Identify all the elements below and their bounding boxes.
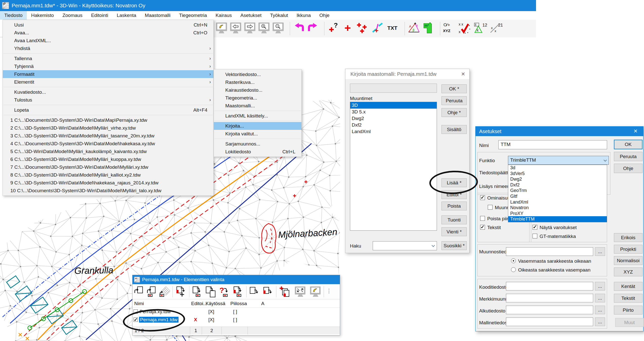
menu-tiedosto[interactable]: Tiedosto: [0, 11, 27, 20]
menu-tiegeometria[interactable]: Tiegeometria: [175, 11, 211, 20]
recent-file-6[interactable]: 6 C:\...\3D-System\3D-Win\Data\Model\Myl…: [3, 155, 213, 163]
check-points-icon[interactable]: x xx: [458, 22, 470, 35]
name-input[interactable]: TTM: [498, 140, 607, 149]
nayta-varoitukset-checkbox[interactable]: ✓: [532, 225, 537, 230]
piirto-button[interactable]: Piirto: [614, 306, 642, 314]
menu-maastomalli[interactable]: Maastomalli: [141, 11, 175, 20]
triangle-mean-icon[interactable]: x̄x̄12: [473, 22, 485, 35]
save-file-as-icon[interactable]: [205, 286, 216, 298]
menu-item-formaatit[interactable]: Formaatit›: [3, 70, 213, 78]
chevron-down-icon[interactable]: [432, 244, 435, 247]
option-geotrm[interactable]: GeoTrm: [508, 188, 607, 193]
menu-ohje[interactable]: Ohje: [315, 11, 334, 20]
recent-file-1[interactable]: 1 C:\...\Documents\3D-System\3D-Win\Data…: [3, 116, 213, 124]
menu-kairaus[interactable]: Kairaus: [211, 11, 236, 20]
submenu-item-maastomalli[interactable]: Maastomalli...: [214, 102, 301, 110]
menu-item-yhdista[interactable]: Yhdistä›: [3, 44, 213, 52]
column-header-kaytossa[interactable]: Käytössä: [206, 301, 225, 306]
recent-file-7[interactable]: 7 C:\...\Documents\3D-System\3D-Win\Data…: [3, 163, 213, 171]
favorite-button[interactable]: Suosikki *: [441, 241, 467, 250]
redraw-monitor-icon[interactable]: [215, 22, 228, 35]
query-save-icon[interactable]: ?: [219, 286, 230, 298]
save-file-icon[interactable]: [192, 286, 203, 298]
recent-file-3[interactable]: 3 C:\...\3D-System\3D-Win\Data\Model\Myl…: [3, 132, 213, 140]
submenu-item-kirjoita[interactable]: Kirjoita...: [214, 122, 301, 130]
read-hatch-icon[interactable]: [159, 286, 170, 298]
redo-icon[interactable]: [307, 22, 319, 35]
column-header-editoi[interactable]: Editoi...: [191, 301, 207, 306]
submenu-item-vektoritiedosto[interactable]: Vektoritiedosto...: [214, 70, 301, 78]
ominaisuus-checkbox[interactable]: ✓: [480, 195, 485, 200]
erikois-button[interactable]: Erikois: [614, 233, 642, 242]
xyz-button[interactable]: XYZ: [614, 267, 642, 276]
mallinetiedosto-browse-button[interactable]: ...: [595, 318, 605, 326]
write-file-icon[interactable]: [249, 286, 260, 298]
menu-item-avaa[interactable]: Avaa...Ctrl+O: [3, 29, 213, 37]
add-point-query-icon[interactable]: ?: [328, 22, 340, 35]
area-m2-icon[interactable]: m²: [423, 22, 435, 35]
menu-laskenta[interactable]: Laskenta: [113, 11, 141, 20]
menu-tyokalut[interactable]: Työkalut: [266, 11, 292, 20]
recent-file-4[interactable]: 4 C:\...\Documents\3D-System\3D-Win\Data…: [3, 140, 213, 148]
kooditiedosto-input[interactable]: [506, 282, 593, 290]
write-dialog-titlebar[interactable]: Kirjoita maastomalli: Pernaja.mm1.tdw: [345, 69, 469, 79]
option-3d[interactable]: 3d: [508, 165, 607, 171]
fit-view-monitor-icon[interactable]: [294, 286, 305, 298]
save-active-file-icon[interactable]: [233, 286, 244, 298]
elements-window-titlebar[interactable]: 3D Pernaja.mm1.tdw - Elementtien valinta: [132, 275, 340, 284]
content-button[interactable]: Sisältö: [441, 125, 467, 134]
option-landxml[interactable]: LandXml: [508, 199, 607, 205]
tekstit-checkbox[interactable]: ✓: [480, 225, 485, 230]
submenu-item-kairaustiedosto[interactable]: Kairaustiedosto...: [214, 86, 301, 94]
submenu-item-rasterikuva[interactable]: Rasterikuva...: [214, 78, 301, 86]
option-novatron[interactable]: Novatron: [508, 205, 607, 211]
angle-measure-icon[interactable]: Aαβ: [408, 22, 420, 35]
submenu-item-kirjoita-valitut[interactable]: Kirjoita valitut...: [214, 130, 301, 138]
menu-item-avaa-landxml[interactable]: Avaa LandXML...: [3, 37, 213, 44]
recent-file-2[interactable]: 2 C:\...\3D-System\3D-Win\Data\Model\Myl…: [3, 124, 213, 132]
gt-matematiikka-checkbox[interactable]: [532, 234, 537, 238]
copy-new-file-icon[interactable]: [279, 286, 290, 298]
merkkimuunnos-browse-button[interactable]: ...: [595, 294, 605, 302]
menu-item-tulostus[interactable]: Tulostus›: [3, 96, 213, 104]
list-item-dwg2[interactable]: Dwg2: [350, 115, 437, 122]
list-item-3d5x[interactable]: 3D 5.x: [350, 109, 437, 115]
toolbar-overflow-dots[interactable]: ⋮: [326, 288, 332, 294]
menu-item-kuvatiedosto[interactable]: Kuvatiedosto...: [3, 88, 213, 96]
alkutiedosto-input[interactable]: [506, 306, 593, 314]
menu-item-tyhjenna[interactable]: Tyhjennä›: [3, 62, 213, 70]
column-header-piilossa[interactable]: Piilossa: [230, 301, 247, 306]
submenu-item-lokitiedosto[interactable]: LokitiedostoCtrl+L: [214, 148, 301, 156]
menu-ikkuna[interactable]: Ikkuna: [292, 11, 315, 20]
menu-hakemisto[interactable]: Hakemisto: [27, 11, 58, 20]
option-dxf2[interactable]: Dxf2: [508, 182, 607, 188]
submenu-item-tiegeometria[interactable]: Tiegeometria...: [214, 94, 301, 102]
option-gltf[interactable]: Gltf: [508, 193, 607, 199]
left-to-right-radio[interactable]: ●: [511, 258, 516, 263]
option-trimblettm[interactable]: TrimbleTTM: [508, 216, 607, 222]
menu-zoomaus[interactable]: Zoomaus: [58, 11, 87, 20]
mallinetiedosto-input[interactable]: [506, 318, 593, 326]
export-button[interactable]: Vienti *: [441, 227, 467, 236]
menu-editointi[interactable]: Editointi: [87, 11, 113, 20]
pan-left-monitor-icon[interactable]: [230, 22, 242, 35]
menu-item-elementit[interactable]: Elementit›: [3, 78, 213, 86]
submenu-item-landxml-kasittely[interactable]: LandXML käsittely...: [214, 112, 301, 120]
kooditiedosto-browse-button[interactable]: ...: [595, 282, 605, 290]
read-file-icon[interactable]: [134, 286, 145, 298]
cancel-button[interactable]: Peruuta: [614, 152, 642, 161]
settings-titlebar[interactable]: Asetukset: [476, 127, 643, 136]
option-proxy[interactable]: ProXY: [508, 211, 607, 216]
close-icon[interactable]: ✕: [633, 128, 638, 134]
list-item-3d[interactable]: 3D: [350, 102, 437, 109]
close-icon[interactable]: ✕: [461, 71, 465, 77]
submenu-item-sarjamuunnos[interactable]: Sarjamuunnos...: [214, 140, 301, 148]
muunnostiedosto-input[interactable]: [506, 247, 593, 256]
text-icon[interactable]: TXT: [387, 22, 399, 35]
menu-asetukset[interactable]: Asetukset: [236, 11, 266, 20]
cancel-button[interactable]: Peruuta: [441, 96, 467, 105]
recent-file-5[interactable]: 5 C:\...\3D-Win\Data\Model\Mylläri_kauko…: [3, 148, 213, 155]
add-file-icon[interactable]: [175, 286, 186, 298]
remove-button[interactable]: Poista: [441, 202, 467, 210]
chevron-down-icon[interactable]: [604, 158, 607, 162]
